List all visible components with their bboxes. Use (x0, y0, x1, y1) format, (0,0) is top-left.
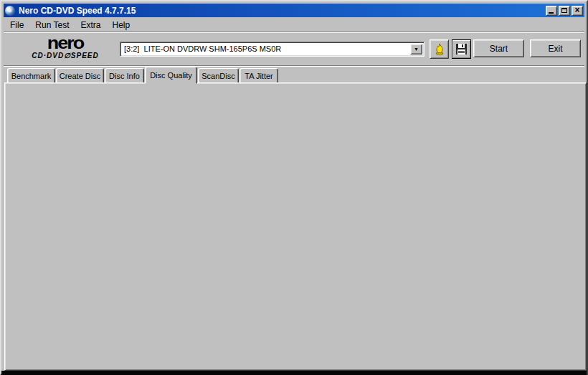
menu-bar: File Run Test Extra Help (4, 19, 584, 32)
window-bottom-edge (1, 371, 587, 375)
save-button[interactable] (452, 39, 471, 59)
floppy-save-icon (455, 43, 468, 55)
minimize-button[interactable] (546, 6, 557, 16)
menu-file[interactable]: File (4, 19, 29, 31)
close-button[interactable]: × (572, 6, 583, 16)
separator (4, 65, 584, 67)
close-icon: × (574, 6, 579, 14)
maximize-icon (561, 8, 567, 13)
tab-create-disc[interactable]: Create Disc (56, 68, 104, 83)
menu-extra[interactable]: Extra (75, 19, 106, 31)
chevron-down-icon[interactable]: ▼ (410, 44, 422, 54)
tab-ta-jitter[interactable]: TA Jitter (240, 68, 278, 83)
app-disc-icon (5, 6, 15, 16)
menu-run-test[interactable]: Run Test (29, 19, 75, 31)
tab-benchmark[interactable]: Benchmark (7, 68, 55, 83)
tab-disc-info[interactable]: Disc Info (105, 68, 144, 83)
nero-brand-text: nero (11, 35, 119, 51)
tab-scandisc[interactable]: ScanDisc (198, 68, 239, 83)
minimize-icon (549, 12, 554, 14)
menu-help[interactable]: Help (107, 19, 136, 31)
drive-select[interactable]: [3:2] LITE-ON DVDRW SHM-165P6S MS0R ▼ (120, 42, 425, 57)
start-button[interactable]: Start (473, 39, 524, 57)
window-title: Nero CD-DVD Speed 4.7.7.15 (19, 6, 544, 16)
disc-quality-page (4, 82, 587, 371)
title-bar: Nero CD-DVD Speed 4.7.7.15 × (4, 4, 584, 17)
nero-logo: nero CD·DVD∅SPEED (11, 34, 119, 60)
maximize-button[interactable] (559, 6, 570, 16)
separator (4, 32, 584, 33)
exit-button[interactable]: Exit (530, 39, 581, 57)
drive-select-value: [3:2] LITE-ON DVDRW SHM-165P6S MS0R (124, 44, 281, 53)
flame-icon (433, 43, 446, 56)
app-window: Nero CD-DVD Speed 4.7.7.15 × File Run Te… (0, 0, 588, 375)
tab-disc-quality[interactable]: Disc Quality (145, 67, 197, 84)
burn-button[interactable] (430, 39, 449, 59)
